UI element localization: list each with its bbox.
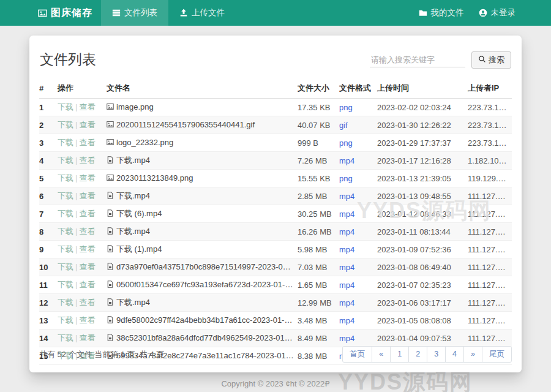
download-link[interactable]: 下载 bbox=[58, 298, 73, 307]
uploader-ip: 111.127.17.* bbox=[468, 187, 512, 205]
view-link[interactable]: 查看 bbox=[79, 244, 95, 254]
table-row: 6下载|查看下载.mp42.85 MBmp42023-01-13 09:48:5… bbox=[39, 187, 512, 205]
view-link[interactable]: 查看 bbox=[79, 298, 95, 307]
table-row: 14下载|查看38c52301bf8a28a64dfcd77db4962549-… bbox=[39, 330, 512, 347]
format-link[interactable]: mp4 bbox=[339, 192, 354, 201]
column-header: 上传者IP bbox=[468, 79, 512, 99]
page-last[interactable]: 尾页 bbox=[482, 346, 512, 363]
image-file-icon bbox=[107, 103, 114, 112]
download-link[interactable]: 下载 bbox=[58, 102, 73, 111]
download-link[interactable]: 下载 bbox=[58, 244, 73, 254]
file-format: mp4 bbox=[339, 241, 377, 258]
format-link[interactable]: mp4 bbox=[339, 316, 354, 325]
row-index: 5 bbox=[39, 170, 58, 187]
page-next[interactable]: » bbox=[463, 346, 482, 363]
file-name-text: image.png bbox=[116, 102, 154, 111]
view-link[interactable]: 查看 bbox=[79, 333, 95, 342]
nav-item-my-files[interactable]: 我的文件 bbox=[411, 0, 471, 26]
format-link[interactable]: gif bbox=[339, 121, 348, 130]
format-link[interactable]: mp4 bbox=[339, 156, 354, 165]
top-navbar: 图床储存 文件列表 上传文件 bbox=[0, 0, 551, 26]
view-link[interactable]: 查看 bbox=[79, 156, 95, 165]
row-index: 8 bbox=[39, 223, 58, 241]
page-4[interactable]: 4 bbox=[445, 346, 464, 363]
view-link[interactable]: 查看 bbox=[79, 102, 95, 111]
search-button[interactable]: 搜索 bbox=[471, 51, 511, 69]
download-link[interactable]: 下载 bbox=[58, 280, 73, 289]
upload-time: 2023-01-07 02:35:23 bbox=[377, 276, 468, 294]
download-link[interactable]: 下载 bbox=[58, 227, 73, 236]
download-link[interactable]: 下载 bbox=[58, 191, 73, 200]
format-link[interactable]: mp4 bbox=[339, 245, 354, 254]
action-separator: | bbox=[75, 280, 77, 289]
page-1[interactable]: 1 bbox=[390, 346, 409, 363]
format-link[interactable]: mp4 bbox=[339, 298, 354, 307]
page-3[interactable]: 3 bbox=[427, 346, 446, 363]
download-link[interactable]: 下载 bbox=[58, 315, 73, 325]
table-row: 9下载|查看下载 (1).mp45.98 MBmp42023-01-09 07:… bbox=[39, 241, 512, 258]
brand-image-icon bbox=[38, 9, 47, 18]
table-header-row: #操作文件名文件大小文件格式上传时间上传者IP bbox=[39, 79, 512, 99]
page-first[interactable]: 首页 bbox=[342, 346, 372, 363]
brand[interactable]: 图床储存 bbox=[38, 0, 92, 26]
page-prev[interactable]: « bbox=[372, 346, 391, 363]
video-file-icon bbox=[107, 334, 114, 343]
view-link[interactable]: 查看 bbox=[79, 173, 95, 183]
upload-time: 2023-01-17 12:16:28 bbox=[377, 152, 468, 170]
nav-item-label: 我的文件 bbox=[431, 7, 464, 18]
format-link[interactable]: mp4 bbox=[339, 227, 354, 236]
column-header: 文件格式 bbox=[339, 79, 377, 99]
download-link[interactable]: 下载 bbox=[58, 173, 73, 183]
row-index: 2 bbox=[39, 116, 58, 134]
row-index: 6 bbox=[39, 187, 58, 205]
format-link[interactable]: mp4 bbox=[339, 263, 354, 272]
file-format: mp4 bbox=[339, 223, 377, 241]
action-separator: | bbox=[75, 298, 77, 307]
action-separator: | bbox=[75, 102, 77, 111]
upload-time: 2023-01-04 09:07:53 bbox=[377, 330, 468, 347]
uploader-ip: 111.127.17.* bbox=[468, 205, 512, 223]
search-input[interactable] bbox=[370, 53, 465, 67]
table-row: 11下载|查看0500f015347ce697fc93a193efa6723d-… bbox=[39, 276, 512, 294]
nav-item-file-list[interactable]: 文件列表 bbox=[101, 0, 168, 26]
download-link[interactable]: 下载 bbox=[58, 120, 73, 129]
file-name: image.png bbox=[107, 99, 298, 116]
row-index: 10 bbox=[39, 258, 58, 276]
view-link[interactable]: 查看 bbox=[79, 280, 95, 289]
download-link[interactable]: 下载 bbox=[58, 209, 73, 218]
view-link[interactable]: 查看 bbox=[79, 191, 95, 200]
upload-time: 2023-01-12 08:46:33 bbox=[377, 205, 468, 223]
image-file-icon bbox=[107, 174, 114, 183]
file-name-text: d73a970ef0a437517b0c898e71514997-2023-01… bbox=[116, 262, 298, 271]
view-link[interactable]: 查看 bbox=[79, 262, 95, 271]
list-icon bbox=[112, 9, 121, 17]
nav-item-upload[interactable]: 上传文件 bbox=[168, 0, 236, 26]
download-link[interactable]: 下载 bbox=[58, 138, 73, 147]
row-index: 11 bbox=[39, 276, 58, 294]
view-link[interactable]: 查看 bbox=[79, 227, 95, 236]
action-separator: | bbox=[75, 315, 77, 325]
table-row: 5下载|查看20230113213849.png15.55 KBpng2023-… bbox=[39, 170, 512, 187]
file-name-text: 下载 (6).mp4 bbox=[116, 209, 162, 218]
download-link[interactable]: 下载 bbox=[58, 156, 73, 165]
format-link[interactable]: png bbox=[339, 103, 353, 112]
nav-item-login-status[interactable]: 未登录 bbox=[471, 0, 523, 26]
format-link[interactable]: png bbox=[339, 138, 353, 148]
view-link[interactable]: 查看 bbox=[79, 315, 95, 325]
format-link[interactable]: mp4 bbox=[339, 209, 354, 219]
format-link[interactable]: png bbox=[339, 174, 353, 183]
video-file-icon bbox=[107, 281, 114, 290]
uploader-ip: 111.127.16.* bbox=[468, 241, 512, 258]
format-link[interactable]: mp4 bbox=[339, 334, 354, 343]
format-link[interactable]: mp4 bbox=[339, 281, 354, 290]
table-row: 3下载|查看logo_22332.png999 Bpng2023-01-29 1… bbox=[39, 134, 512, 152]
page-2[interactable]: 2 bbox=[408, 346, 427, 363]
view-link[interactable]: 查看 bbox=[79, 138, 95, 147]
view-link[interactable]: 查看 bbox=[79, 120, 95, 129]
download-link[interactable]: 下载 bbox=[58, 333, 73, 342]
download-link[interactable]: 下载 bbox=[58, 262, 73, 271]
video-file-icon bbox=[107, 245, 114, 254]
uploader-ip: 119.129.228.* bbox=[468, 170, 512, 187]
row-actions: 下载|查看 bbox=[58, 294, 107, 312]
view-link[interactable]: 查看 bbox=[79, 209, 95, 218]
